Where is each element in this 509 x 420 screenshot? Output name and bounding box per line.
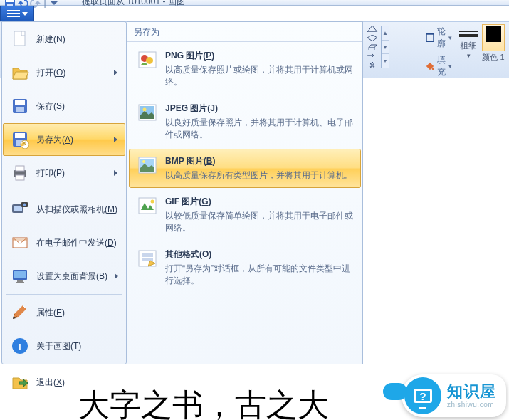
menu-item-props[interactable]: 属性(E) [3, 296, 125, 329]
menu-item-about[interactable]: i 关于画图(T) [3, 330, 125, 362]
svg-point-33 [146, 57, 153, 64]
option-title: JPEG 图片(J) [165, 103, 353, 115]
menu-item-label: 在电子邮件中发送(D) [36, 237, 119, 249]
jpeg-format-icon [137, 103, 158, 124]
menu-item-scanner[interactable]: 从扫描仪或照相机(M) [3, 193, 125, 226]
stroke-lines-icon [459, 24, 478, 40]
svg-rect-20 [14, 206, 22, 211]
color1-button[interactable] [482, 24, 505, 51]
watermark-text-en: zhishiwu.com [447, 401, 496, 409]
option-description: 打开“另存为”对话框，从所有可能的文件类型中进行选择。 [165, 263, 353, 287]
title-bar: | 提取页面从 1010001 - 画图 [0, 0, 509, 6]
svg-point-41 [151, 200, 154, 204]
svg-rect-24 [13, 238, 27, 241]
submenu-arrow-icon [114, 137, 117, 142]
menu-separator [6, 364, 122, 364]
menu-item-save[interactable]: 保存(S) [3, 90, 125, 122]
svg-point-22 [23, 204, 26, 206]
scroll-down-icon[interactable]: ▼ [382, 41, 389, 55]
print-icon [11, 164, 29, 182]
file-tab[interactable] [0, 6, 34, 21]
scroll-more-icon[interactable]: ▾ [382, 54, 389, 68]
menu-item-exit[interactable]: 退出(X) [3, 366, 125, 399]
props-icon [11, 303, 29, 322]
svg-marker-3 [367, 26, 377, 32]
saveas-icon [11, 130, 29, 149]
saveas-option-other[interactable]: 其他格式(O) 打开“另存为”对话框，从所有可能的文件类型中进行选择。 [129, 242, 361, 293]
email-icon [11, 233, 29, 252]
menu-item-label: 另存为(A) [36, 134, 107, 146]
menu-item-new[interactable]: 新建(N) [3, 23, 125, 56]
option-description: 以高质量保存所有类型图片，并将其用于计算机。 [165, 169, 353, 182]
svg-rect-11 [16, 107, 24, 112]
menu-item-print[interactable]: 打印(P) [3, 157, 125, 189]
svg-point-7 [432, 68, 434, 70]
desktop-icon [11, 267, 29, 285]
stroke-width-button[interactable]: 粗细▾ [459, 24, 478, 61]
option-description: 以高质量保存照片或绘图，并将其用于计算机或网络。 [165, 64, 353, 88]
option-title: BMP 图片(B) [165, 155, 353, 167]
shape-outline-fill-group: 轮廓 ▾ 填充 ▾ [423, 24, 455, 80]
menu-item-open[interactable]: 打开(O) [3, 56, 125, 89]
color1-label: 颜色 1 [482, 53, 504, 62]
watermark-text-cn: 知识屋 [447, 383, 496, 400]
saveas-option-gif[interactable]: GIF 图片(G) 以较低质量保存简单绘图，并将其用于电子邮件或网络。 [129, 189, 361, 241]
menu-item-label: 保存(S) [36, 100, 119, 112]
scroll-up-icon[interactable]: ▲ [382, 26, 389, 41]
fill-icon [426, 62, 434, 70]
outline-label: 轮廓 [437, 26, 446, 50]
svg-rect-26 [14, 271, 26, 278]
watermark-icon: ? [404, 377, 441, 414]
option-title: GIF 图片(G) [165, 196, 353, 208]
svg-rect-10 [15, 100, 25, 105]
bmp-format-icon [137, 155, 158, 177]
svg-marker-4 [367, 35, 377, 41]
svg-rect-13 [15, 133, 25, 138]
save-icon [11, 97, 29, 115]
window-title: 提取页面从 1010001 - 画图 [82, 0, 185, 8]
option-title: PNG 图片(P) [165, 50, 353, 62]
menu-item-label: 打印(P) [36, 167, 107, 179]
fill-button[interactable]: 填充 ▾ [423, 53, 455, 80]
submenu-arrow-icon [114, 170, 117, 176]
saveas-option-bmp[interactable]: BMP 图片(B) 以高质量保存所有类型图片，并将其用于计算机。 [129, 149, 361, 188]
svg-rect-17 [16, 166, 24, 171]
outline-button[interactable]: 轮廓 ▾ [423, 24, 455, 51]
new-icon [11, 30, 29, 48]
svg-rect-18 [16, 175, 24, 180]
svg-rect-43 [142, 253, 153, 257]
saveas-option-png[interactable]: PNG 图片(P) 以高质量保存照片或绘图，并将其用于计算机或网络。 [129, 43, 361, 95]
menu-item-label: 属性(E) [36, 307, 119, 319]
scanner-icon [11, 200, 29, 219]
qat-dropdown-icon[interactable] [48, 0, 60, 9]
gif-format-icon [137, 196, 158, 217]
saveas-submenu: 另存为 PNG 图片(P) 以高质量保存照片或绘图，并将其用于计算机或网络。 J… [127, 21, 363, 364]
menu-item-saveas[interactable]: 另存为(A) [3, 123, 125, 156]
outline-icon [426, 33, 434, 42]
qat-separator: | [43, 0, 47, 9]
submenu-arrow-icon [115, 273, 118, 279]
saveas-option-jpeg[interactable]: JPEG 图片(J) 以良好质量保存照片，并将其用于计算机、电子邮件或网络。 [129, 96, 361, 147]
menu-item-desktop[interactable]: 设置为桌面背景(B) [3, 260, 125, 293]
svg-rect-28 [16, 282, 24, 283]
png-format-icon [137, 50, 158, 71]
other-format-icon [137, 248, 158, 270]
svg-rect-6 [426, 34, 434, 41]
color-swatch-icon [486, 26, 501, 42]
menu-item-label: 退出(X) [36, 377, 119, 389]
fill-label: 填充 [437, 54, 446, 78]
shape-gallery-partial[interactable] [366, 26, 379, 68]
watermark-badge: ? 知识屋 zhishiwu.com [402, 374, 506, 417]
shape-gallery-scroll[interactable]: ▲ ▼ ▾ [381, 26, 389, 68]
menu-item-email[interactable]: 在电子邮件中发送(D) [3, 226, 125, 259]
submenu-title: 另存为 [127, 22, 362, 42]
menu-item-label: 打开(O) [36, 67, 107, 79]
option-description: 以良好质量保存照片，并将其用于计算机、电子邮件或网络。 [165, 117, 353, 141]
menu-separator [6, 294, 122, 295]
svg-rect-1 [6, 0, 14, 2]
open-icon [11, 63, 29, 82]
stroke-label: 粗细 [460, 41, 477, 51]
about-icon: i [11, 337, 29, 355]
menu-item-label: 新建(N) [36, 33, 119, 46]
svg-point-36 [143, 108, 147, 112]
